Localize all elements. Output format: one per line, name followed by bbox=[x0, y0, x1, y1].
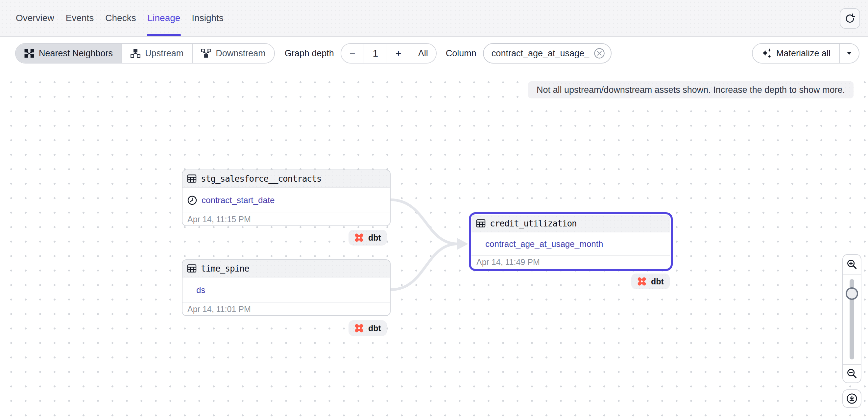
mode-downstream-button[interactable]: Downstream bbox=[193, 44, 274, 63]
asset-title: credit_utilization bbox=[490, 219, 577, 228]
asset-timestamp: Apr 14, 11:01 PM bbox=[183, 303, 390, 315]
lineage-canvas[interactable]: Not all upstream/downstream assets shown… bbox=[0, 70, 868, 420]
upstream-icon bbox=[130, 49, 141, 58]
lineage-edges bbox=[0, 70, 868, 420]
column-link[interactable]: contract_start_date bbox=[202, 195, 275, 205]
asset-column-row: ds bbox=[183, 278, 390, 303]
table-icon bbox=[187, 264, 197, 273]
tab-events[interactable]: Events bbox=[66, 0, 94, 36]
depth-increase-button[interactable]: + bbox=[387, 44, 410, 63]
clear-column-filter-icon[interactable] bbox=[594, 48, 605, 59]
recenter-view-button[interactable] bbox=[842, 389, 861, 408]
column-filter-chip[interactable]: contract_age_at_usage_ bbox=[483, 43, 612, 63]
mode-upstream-button[interactable]: Upstream bbox=[122, 44, 193, 63]
materialize-dropdown-button[interactable] bbox=[840, 44, 859, 63]
tab-checks[interactable]: Checks bbox=[105, 0, 136, 36]
asset-title: time_spine bbox=[201, 264, 249, 274]
depth-decrease-button[interactable]: − bbox=[341, 44, 364, 63]
asset-node-header: stg_salesforce__contracts bbox=[183, 170, 390, 188]
asset-node-time-spine[interactable]: time_spine ds Apr 14, 11:01 PM bbox=[182, 259, 391, 316]
graph-depth-label: Graph depth bbox=[285, 48, 334, 59]
view-mode-segmented-control: Nearest Neighbors Upstream bbox=[15, 43, 275, 63]
zoom-out-button[interactable] bbox=[843, 364, 861, 383]
table-icon bbox=[187, 174, 197, 183]
asset-timestamp: Apr 14, 11:15 PM bbox=[183, 213, 390, 225]
dbt-badge: dbt bbox=[348, 230, 387, 246]
dbt-logo-icon bbox=[353, 322, 365, 334]
lineage-toolbar: Nearest Neighbors Upstream bbox=[0, 37, 868, 70]
edge-arrowhead bbox=[457, 238, 468, 250]
asset-node-stg-salesforce-contracts[interactable]: stg_salesforce__contracts contract_start… bbox=[182, 169, 391, 226]
dbt-logo-icon bbox=[353, 232, 365, 244]
dbt-logo-icon bbox=[636, 276, 648, 287]
mode-nearest-neighbors-button[interactable]: Nearest Neighbors bbox=[16, 44, 122, 63]
zoom-slider bbox=[843, 275, 861, 364]
download-center-icon bbox=[846, 393, 858, 404]
materialize-all-button[interactable]: Materialize all bbox=[753, 44, 840, 63]
tab-overview[interactable]: Overview bbox=[16, 0, 54, 36]
column-label: Column bbox=[446, 48, 476, 59]
edge bbox=[391, 244, 458, 290]
asset-title: stg_salesforce__contracts bbox=[201, 174, 321, 184]
asset-node-header: credit_utilization bbox=[471, 215, 670, 232]
tab-lineage[interactable]: Lineage bbox=[148, 0, 181, 36]
dbt-badge: dbt bbox=[348, 320, 387, 336]
refresh-button[interactable] bbox=[840, 8, 860, 29]
caret-down-icon bbox=[847, 52, 852, 55]
zoom-slider-handle[interactable] bbox=[846, 287, 858, 300]
tab-insights[interactable]: Insights bbox=[192, 0, 224, 36]
zoom-panel bbox=[842, 254, 861, 383]
asset-timestamp: Apr 14, 11:49 PM bbox=[471, 255, 670, 268]
column-link[interactable]: ds bbox=[196, 285, 205, 295]
column-filter-value: contract_age_at_usage_ bbox=[492, 48, 589, 59]
clock-icon bbox=[187, 195, 197, 205]
asset-node-header: time_spine bbox=[183, 260, 390, 278]
materialize-split-button: Materialize all bbox=[752, 43, 860, 63]
column-link[interactable]: contract_age_at_usage_month bbox=[485, 239, 603, 249]
edge bbox=[391, 200, 458, 244]
top-nav: Overview Events Checks Lineage Insights bbox=[0, 0, 868, 37]
zoom-in-icon bbox=[846, 259, 858, 270]
table-icon bbox=[476, 219, 486, 228]
graph-depth-stepper: − 1 + All bbox=[341, 43, 437, 63]
zoom-out-icon bbox=[846, 368, 858, 379]
refresh-icon bbox=[845, 13, 855, 24]
depth-all-button[interactable]: All bbox=[410, 44, 436, 63]
tab-bar: Overview Events Checks Lineage Insights bbox=[16, 0, 224, 36]
depth-notice: Not all upstream/downstream assets shown… bbox=[528, 81, 854, 99]
dbt-badge: dbt bbox=[631, 274, 670, 289]
asset-column-row: contract_start_date bbox=[183, 188, 390, 213]
asset-node-credit-utilization[interactable]: credit_utilization contract_age_at_usage… bbox=[469, 212, 673, 271]
nearest-neighbors-icon bbox=[24, 49, 34, 58]
downstream-icon bbox=[201, 49, 211, 58]
asset-column-row: contract_age_at_usage_month bbox=[471, 232, 670, 255]
depth-value[interactable]: 1 bbox=[364, 44, 387, 63]
zoom-in-button[interactable] bbox=[843, 255, 861, 275]
sparkles-icon bbox=[761, 48, 772, 59]
